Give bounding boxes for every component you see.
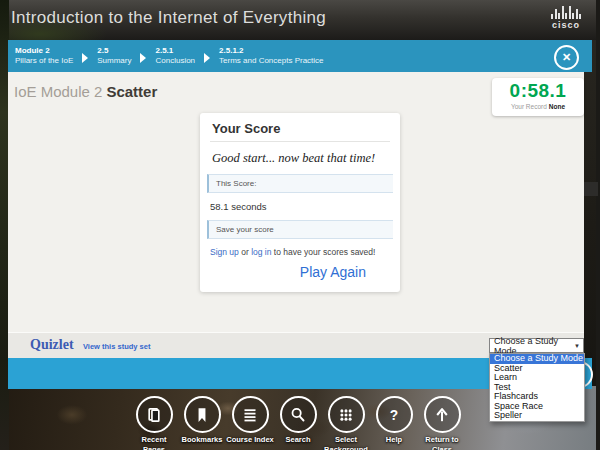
bookmarks-button[interactable]: Bookmarks (178, 396, 226, 450)
timer-record: Your RecordNone (492, 103, 584, 110)
study-mode-option-scatter[interactable]: Scatter (490, 364, 584, 374)
breadcrumb-item-practice[interactable]: 2.5.1.2 Terms and Concepts Practice (219, 46, 324, 66)
dialog-message: Good start... now beat that time! (212, 151, 388, 166)
study-mode-select[interactable]: Choose a Study Mode ▼ (489, 338, 584, 353)
study-mode-option-space-race[interactable]: Space Race (490, 402, 584, 412)
save-score-text: Sign up or log in to have your scores sa… (210, 247, 390, 257)
breadcrumb: Module 2 Pillars of the IoE 2.5 Summary … (8, 46, 324, 66)
cisco-logo: cisco (544, 6, 588, 30)
breadcrumb-item-conclusion[interactable]: 2.5.1 Conclusion (155, 46, 195, 66)
score-dialog: Your Score Good start... now beat that t… (200, 113, 400, 292)
cisco-logo-text: cisco (544, 20, 588, 30)
study-mode-option-test[interactable]: Test (490, 383, 584, 393)
record-value: None (549, 103, 565, 110)
study-mode-option-speller[interactable]: Speller (490, 411, 584, 421)
study-mode-dropdown-list: Choose a Study Mode Scatter Learn Test F… (489, 353, 585, 422)
play-again-button[interactable]: Play Again (200, 264, 366, 280)
breadcrumb-bar: Module 2 Pillars of the IoE 2.5 Summary … (8, 40, 592, 72)
return-to-class-icon (431, 404, 453, 426)
view-study-set-link[interactable]: View this study set (83, 342, 150, 351)
bookmarks-icon (191, 404, 213, 426)
page-title: IoE Module 2Scatter (14, 83, 157, 100)
help-icon: ? (383, 404, 405, 426)
scrollbar-thumb[interactable] (584, 182, 598, 196)
close-icon: ✕ (562, 51, 571, 64)
breadcrumb-item-module[interactable]: Module 2 Pillars of the IoE (15, 46, 73, 66)
page-title-prefix: IoE Module 2 (14, 83, 102, 100)
timer-value: 0:58.1 (492, 80, 584, 102)
help-button[interactable]: ? Help (370, 396, 418, 450)
course-index-icon (239, 404, 261, 426)
log-in-link[interactable]: log in (251, 247, 271, 257)
save-score-header: Save your score (207, 220, 393, 239)
quizlet-logo[interactable]: Quizlet (30, 337, 74, 353)
chevron-down-icon: ▼ (574, 343, 580, 349)
close-button[interactable]: ✕ (554, 45, 579, 70)
study-mode-option-flashcards[interactable]: Flashcards (490, 392, 584, 402)
score-value: 58.1 seconds (210, 201, 400, 212)
chevron-right-icon (204, 53, 210, 63)
timer-card: 0:58.1 Your RecordNone (492, 78, 584, 116)
chevron-right-icon (140, 53, 146, 63)
recent-pages-button[interactable]: Recent Pages (130, 396, 178, 450)
select-background-button[interactable]: Select Background (322, 396, 370, 450)
study-mode-option-learn[interactable]: Learn (490, 373, 584, 383)
page-title-mode: Scatter (106, 83, 157, 100)
study-mode-option-choose[interactable]: Choose a Study Mode (490, 354, 584, 364)
bottom-toolbar: Recent Pages Bookmarks Course Index Sear… (130, 396, 470, 450)
this-score-header: This Score: (207, 174, 393, 193)
cisco-logo-icon (544, 6, 588, 19)
course-index-button[interactable]: Course Index (226, 396, 274, 450)
scrollbar-track[interactable] (584, 72, 598, 358)
search-button[interactable]: Search (274, 396, 322, 450)
select-background-icon (335, 404, 357, 426)
return-to-class-button[interactable]: Return to Class (418, 396, 466, 450)
search-icon (287, 404, 309, 426)
breadcrumb-item-summary[interactable]: 2.5 Summary (97, 46, 131, 66)
chevron-right-icon (82, 53, 88, 63)
sign-up-link[interactable]: Sign up (210, 247, 239, 257)
svg-text:?: ? (390, 407, 398, 422)
dialog-title: Your Score (210, 121, 390, 142)
course-title: Introduction to the Internet of Everythi… (11, 8, 326, 28)
recent-pages-icon (143, 404, 165, 426)
